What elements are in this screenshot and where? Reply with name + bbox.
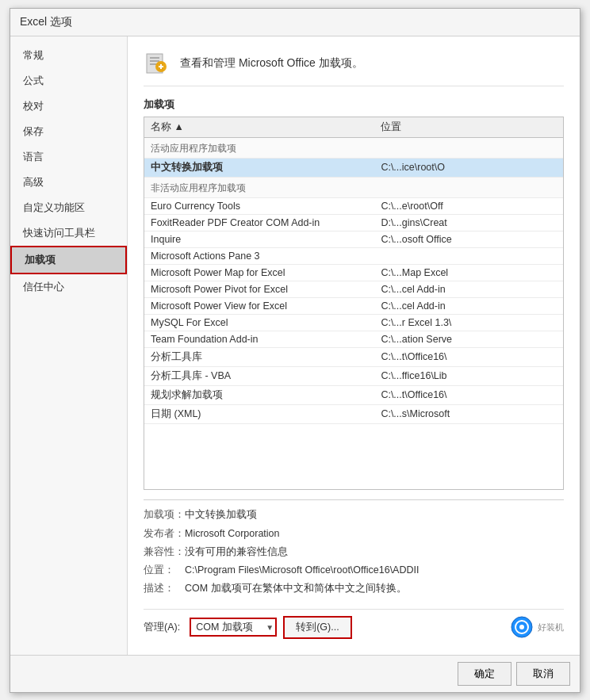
sidebar-item-proofing[interactable]: 校对 [10,94,127,119]
desc-value: COM 加载项可在繁体中文和简体中文之间转换。 [185,580,564,597]
svg-rect-3 [150,63,156,65]
addin-location-cell: C:\...ation Serve [374,331,563,347]
svg-rect-2 [150,60,159,62]
app-logo-icon [511,616,533,638]
addin-name-cell: Team Foundation Add-in [144,331,374,347]
col-location-header: 位置 [374,117,563,138]
table-row[interactable]: InquireC:\...osoft Office [144,231,563,247]
addin-location-cell: C:\...Map Excel [374,264,563,281]
dialog-body: 常规 公式 校对 保存 语言 高级 自定义功能区 快速访问工具栏 加载项 信任中… [10,36,580,655]
manage-label: 管理(A): [144,621,180,634]
svg-rect-1 [150,57,159,59]
dialog-title: Excel 选项 [10,9,580,36]
table-row[interactable]: 分析工具库 - VBAC:\...ffice16\Lib [144,366,563,385]
addin-location-cell: C:\...t\Office16\ [374,385,563,404]
sidebar-item-trust-center[interactable]: 信任中心 [10,274,127,300]
section-title: 查看和管理 Microsoft Office 加载项。 [180,56,363,71]
addin-location-cell: C:\...e\root\Off [374,197,563,214]
addin-value: 中文转换加载项 [185,507,564,523]
addin-location-cell: C:\...r Excel 1.3\ [374,314,563,331]
addin-location-cell: C:\...cel Add-in [374,297,563,314]
watermark-text: 好装机 [538,622,564,633]
publisher-label: 发布者： [144,526,185,542]
info-desc: 描述： COM 加载项可在繁体中文和简体中文之间转换。 [144,580,564,597]
sidebar-item-save[interactable]: 保存 [10,119,127,144]
sidebar-item-language[interactable]: 语言 [10,144,127,170]
table-row[interactable]: Microsoft Power View for ExcelC:\...cel … [144,297,563,314]
location-label: 位置： [144,562,185,579]
ok-cancel-area: 确定 取消 [10,655,580,692]
location-value: C:\Program Files\Microsoft Office\root\O… [185,562,564,579]
addin-location-cell: C:\...osoft Office [374,231,563,247]
sidebar-item-quick-access[interactable]: 快速访问工具栏 [10,220,127,246]
cancel-button[interactable]: 取消 [516,662,570,686]
table-row[interactable]: Microsoft Power Map for ExcelC:\...Map E… [144,264,563,281]
info-section: 加载项： 中文转换加载项 发布者： Microsoft Corporation … [144,499,564,599]
info-compat: 兼容性： 没有可用的兼容性信息 [144,544,564,560]
table-row[interactable]: FoxitReader PDF Creator COM Add-inD:\...… [144,214,563,231]
info-location: 位置： C:\Program Files\Microsoft Office\ro… [144,562,564,579]
addin-name-cell: MySQL For Excel [144,314,374,331]
addins-table[interactable]: 名称 ▲ 位置 活动应用程序加载项中文转换加载项C:\...ice\root\O… [144,117,564,491]
addin-name-cell: 规划求解加载项 [144,385,374,404]
table-row[interactable]: 日期 (XML)C:\...s\Microsoft [144,404,563,423]
addin-name-cell: Microsoft Power Pivot for Excel [144,281,374,297]
addin-location-cell [374,247,563,264]
goto-button[interactable]: 转到(G)... [283,616,351,639]
addin-location-cell: C:\...cel Add-in [374,281,563,297]
addin-location-cell: C:\...ice\root\O [374,158,563,177]
addin-name-cell: 中文转换加载项 [144,158,374,177]
compat-value: 没有可用的兼容性信息 [185,544,564,560]
addin-name-cell: Microsoft Power Map for Excel [144,264,374,281]
addins-label: 加载项 [144,98,564,112]
addin-name-cell: Euro Currency Tools [144,197,374,214]
sidebar: 常规 公式 校对 保存 语言 高级 自定义功能区 快速访问工具栏 加载项 信任中… [10,36,128,655]
sidebar-item-formulas[interactable]: 公式 [10,68,127,94]
watermark-area: 好装机 [511,616,564,638]
addin-name-cell: Microsoft Actions Pane 3 [144,247,374,264]
main-content: 查看和管理 Microsoft Office 加载项。 加载项 名称 ▲ 位置 … [128,36,580,655]
info-publisher: 发布者： Microsoft Corporation [144,526,564,542]
addin-name-cell: 日期 (XML) [144,404,374,423]
table-row[interactable]: 中文转换加载项C:\...ice\root\O [144,158,563,177]
sidebar-item-general[interactable]: 常规 [10,43,127,68]
addins-icon [144,49,172,78]
manage-select[interactable]: COM 加载项 Excel 加载项 禁用项目 Smart Tags [190,618,277,637]
desc-label: 描述： [144,580,185,597]
bottom-bar: 管理(A): COM 加载项 Excel 加载项 禁用项目 Smart Tags… [144,609,564,642]
table-row[interactable]: Microsoft Actions Pane 3 [144,247,563,264]
manage-select-wrapper: COM 加载项 Excel 加载项 禁用项目 Smart Tags ▼ [190,618,277,637]
addin-name-cell: Inquire [144,231,374,247]
addin-name-cell: 分析工具库 [144,347,374,366]
table-row[interactable]: Team Foundation Add-inC:\...ation Serve [144,331,563,347]
addin-location-cell: C:\...ffice16\Lib [374,366,563,385]
addin-name-cell: 分析工具库 - VBA [144,366,374,385]
sidebar-item-advanced[interactable]: 高级 [10,170,127,195]
addin-location-cell: C:\...t\Office16\ [374,347,563,366]
compat-label: 兼容性： [144,544,185,560]
sidebar-item-customize-ribbon[interactable]: 自定义功能区 [10,195,127,220]
excel-options-dialog: Excel 选项 常规 公式 校对 保存 语言 高级 自定义功能区 快速访问工具… [10,8,580,693]
addin-location-cell: C:\...s\Microsoft [374,404,563,423]
table-row[interactable]: MySQL For ExcelC:\...r Excel 1.3\ [144,314,563,331]
table-row[interactable]: Euro Currency ToolsC:\...e\root\Off [144,197,563,214]
group-header-row: 非活动应用程序加载项 [144,177,563,197]
group-header-row: 活动应用程序加载项 [144,137,563,158]
addin-label: 加载项： [144,507,185,523]
info-addin: 加载项： 中文转换加载项 [144,507,564,523]
sidebar-item-addins[interactable]: 加载项 [10,246,127,274]
addin-name-cell: Microsoft Power View for Excel [144,297,374,314]
svg-point-7 [519,625,524,629]
ok-button[interactable]: 确定 [458,662,511,686]
addin-name-cell: FoxitReader PDF Creator COM Add-in [144,214,374,231]
table-row[interactable]: 规划求解加载项C:\...t\Office16\ [144,385,563,404]
table-row[interactable]: Microsoft Power Pivot for ExcelC:\...cel… [144,281,563,297]
publisher-value: Microsoft Corporation [185,526,564,542]
col-name-header: 名称 ▲ [144,117,374,138]
table-row[interactable]: 分析工具库C:\...t\Office16\ [144,347,563,366]
addin-location-cell: D:\...gins\Creat [374,214,563,231]
section-header: 查看和管理 Microsoft Office 加载项。 [144,49,564,86]
